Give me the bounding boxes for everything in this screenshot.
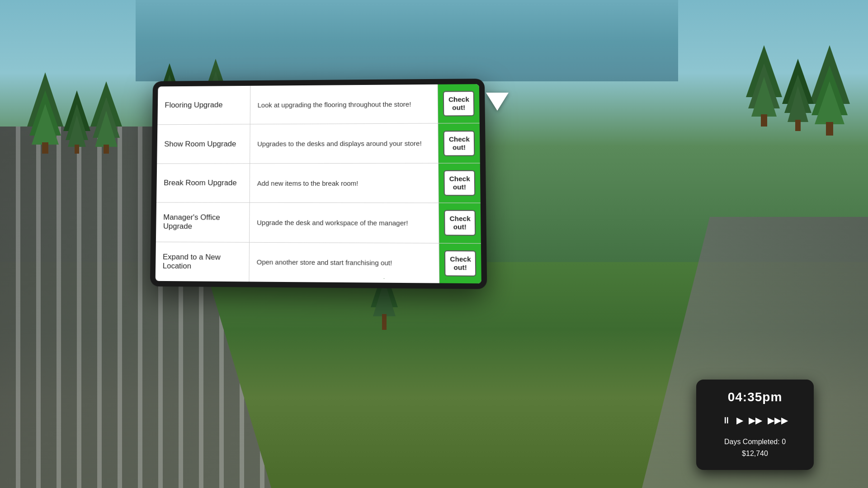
tablet-device: Flooring Upgrade Look at upgrading the f… <box>150 79 487 289</box>
phone-time: 04:35pm <box>728 390 783 404</box>
checkout-button-flooring[interactable]: Check out! <box>443 91 475 116</box>
upgrade-action-flooring: Check out! <box>438 84 480 123</box>
upgrade-name-flooring: Flooring Upgrade <box>157 86 250 125</box>
table-row: Manager's Office Upgrade Upgrade the des… <box>156 203 481 244</box>
upgrade-name-showroom: Show Room Upgrade <box>157 125 250 164</box>
game-stats: Days Completed: 0 $12,740 <box>724 436 786 459</box>
svg-rect-23 <box>761 114 767 127</box>
svg-rect-11 <box>104 145 109 154</box>
upgrade-desc-expand: Open another store and start franchising… <box>249 242 439 283</box>
upgrade-desc-showroom: Upgrades to the desks and displays aroun… <box>250 124 439 163</box>
tree-4 <box>809 45 850 136</box>
checkout-button-managers-office[interactable]: Check out! <box>444 210 476 236</box>
upgrade-name-breakroom: Break Room Upgrade <box>156 164 250 202</box>
phone-widget: 04:35pm ⏸ ▶ ▶▶ ▶▶▶ Days Completed: 0 $12… <box>696 380 814 470</box>
playback-controls[interactable]: ⏸ ▶ ▶▶ ▶▶▶ <box>722 415 788 426</box>
faster-forward-icon[interactable]: ▶▶▶ <box>768 415 788 426</box>
upgrade-action-managers-office: Check out! <box>439 203 481 243</box>
tree-2 <box>63 90 90 154</box>
scroll-down-arrow[interactable] <box>486 90 509 113</box>
checkout-button-breakroom[interactable]: Check out! <box>443 170 475 196</box>
svg-rect-15 <box>826 122 833 136</box>
upgrade-name-expand: Expand to a New Location <box>156 242 250 282</box>
svg-rect-7 <box>75 145 79 154</box>
svg-rect-32 <box>382 314 387 330</box>
table-row: Expand to a New Location Open another st… <box>156 242 481 284</box>
tree-1 <box>27 72 63 154</box>
tablet-screen: Flooring Upgrade Look at upgrading the f… <box>156 84 481 283</box>
upgrade-desc-breakroom: Add new items to the break room! <box>250 163 439 202</box>
money-display: $12,740 <box>724 448 786 460</box>
tree-6 <box>746 45 782 127</box>
svg-rect-3 <box>42 142 48 154</box>
pause-icon[interactable]: ⏸ <box>722 415 731 426</box>
tree-5 <box>782 59 814 131</box>
table-row: Show Room Upgrade Upgrades to the desks … <box>157 123 480 164</box>
days-completed: Days Completed: 0 <box>724 436 786 448</box>
fast-forward-icon[interactable]: ▶▶ <box>749 415 762 426</box>
play-icon[interactable]: ▶ <box>736 415 743 426</box>
svg-rect-19 <box>795 120 801 131</box>
chevron-down-icon <box>486 93 509 111</box>
upgrade-desc-managers-office: Upgrade the desk and workspace of the ma… <box>250 203 439 243</box>
upgrade-name-managers-office: Manager's Office Upgrade <box>156 203 250 242</box>
upgrade-action-showroom: Check out! <box>438 123 480 163</box>
checkout-button-expand[interactable]: Check out! <box>444 250 476 277</box>
upgrade-action-breakroom: Check out! <box>439 163 481 202</box>
upgrade-action-expand: Check out! <box>439 243 481 283</box>
upgrade-desc-flooring: Look at upgrading the flooring throughou… <box>250 84 439 124</box>
table-row: Flooring Upgrade Look at upgrading the f… <box>157 84 479 125</box>
checkout-button-showroom[interactable]: Check out! <box>443 131 475 156</box>
tree-3 <box>90 81 122 154</box>
table-row: Break Room Upgrade Add new items to the … <box>156 163 481 203</box>
